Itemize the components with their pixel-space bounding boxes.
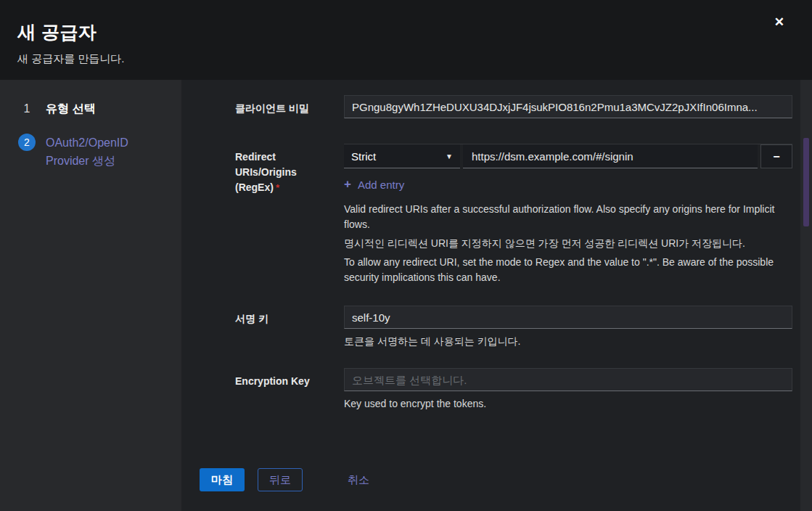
page-subtitle: 새 공급자를 만듭니다. [17, 52, 795, 66]
signing-key-input[interactable] [344, 306, 792, 329]
cancel-button[interactable]: 취소 [348, 473, 369, 487]
redirect-uri-entry: Strict ▼ − [344, 144, 792, 168]
signing-key-label: 서명 키 [235, 306, 344, 349]
wizard-step-create-provider[interactable]: 2 OAuth2/OpenID Provider 생성 [18, 134, 164, 171]
wizard-body: 1 유형 선택 2 OAuth2/OpenID Provider 생성 클라이언… [0, 80, 812, 511]
redirect-uris-label: Redirect URIs/Origins (RegEx)* [235, 144, 344, 285]
plus-icon: + [344, 177, 351, 192]
minus-icon: − [773, 150, 779, 163]
redirect-uris-row: Redirect URIs/Origins (RegEx)* Strict ▼ … [235, 144, 792, 285]
page-title: 새 공급자 [17, 20, 795, 44]
redirect-mode-value: Strict [351, 150, 376, 163]
client-secret-row: 클라이언트 비밀 [235, 95, 792, 118]
redirect-help-ko: 명시적인 리디렉션 URI를 지정하지 않으면 가장 먼저 성공한 리디렉션 U… [344, 236, 792, 251]
close-icon[interactable]: ✕ [774, 16, 784, 28]
wizard-footer: 마침 뒤로 취소 [200, 468, 369, 491]
chevron-down-icon: ▼ [446, 152, 453, 160]
encryption-key-input[interactable] [344, 368, 792, 391]
step-label: 유형 선택 [46, 100, 95, 118]
redirect-uris-label-text: Redirect URIs/Origins (RegEx) [235, 151, 297, 193]
remove-entry-button[interactable]: − [760, 144, 792, 168]
wizard-step-nav: 1 유형 선택 2 OAuth2/OpenID Provider 생성 [0, 80, 181, 511]
step-number-badge: 2 [18, 134, 36, 151]
redirect-help-en-1: Valid redirect URIs after a successful a… [344, 202, 792, 232]
back-button[interactable]: 뒤로 [258, 468, 303, 491]
scrollbar-track[interactable] [800, 80, 812, 511]
redirect-uri-input[interactable] [463, 144, 758, 168]
signing-key-row: 서명 키 토큰을 서명하는 데 사용되는 키입니다. [235, 306, 792, 349]
provider-form: 클라이언트 비밀 Redirect URIs/Origins (RegEx)* … [181, 80, 800, 511]
encryption-key-help: Key used to encrypt the tokens. [344, 396, 792, 412]
finish-button[interactable]: 마침 [200, 468, 245, 491]
add-entry-label: Add entry [358, 179, 404, 191]
client-secret-input[interactable] [344, 95, 792, 118]
redirect-help-en-2: To allow any redirect URI, set the mode … [344, 255, 792, 285]
encryption-key-label: Encryption Key [235, 368, 344, 412]
wizard-header: 새 공급자 새 공급자를 만듭니다. ✕ [0, 0, 812, 80]
step-label: OAuth2/OpenID Provider 생성 [46, 134, 164, 171]
encryption-key-row: Encryption Key Key used to encrypt the t… [235, 368, 792, 412]
scrollbar-thumb[interactable] [803, 138, 809, 226]
redirect-mode-select[interactable]: Strict ▼ [344, 144, 460, 168]
client-secret-label: 클라이언트 비밀 [235, 95, 344, 118]
required-asterisk: * [276, 182, 279, 193]
wizard-step-select-type[interactable]: 1 유형 선택 [18, 100, 164, 118]
signing-key-help: 토큰을 서명하는 데 사용되는 키입니다. [344, 334, 792, 349]
step-number: 1 [18, 100, 36, 118]
add-entry-button[interactable]: + Add entry [344, 177, 404, 192]
